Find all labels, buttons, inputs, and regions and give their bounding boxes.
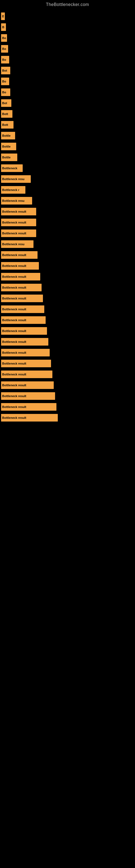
list-item: Bottleneck result bbox=[0, 360, 135, 367]
list-item: Bottleneck result bbox=[0, 316, 135, 324]
bottleneck-label: Bottleneck result bbox=[2, 373, 26, 376]
bottleneck-bar: Bottleneck r bbox=[1, 186, 26, 194]
bottleneck-bar: Bo bbox=[1, 56, 9, 63]
list-item: Bott bbox=[0, 110, 135, 118]
bottleneck-label: Bottleneck result bbox=[2, 275, 26, 278]
bottleneck-bar: Bottleneck result bbox=[1, 294, 43, 302]
list-item: Bottleneck result bbox=[0, 392, 135, 400]
list-item: B bbox=[0, 23, 135, 31]
bottleneck-bar: Bo bbox=[1, 78, 9, 85]
bottleneck-bar: Bottleneck result bbox=[1, 381, 54, 389]
list-item: Bottleneck result bbox=[0, 273, 135, 280]
bottleneck-bar: Bottleneck result bbox=[1, 349, 50, 356]
items-container: BBBoBoBoBotBoBoBotBottBottBottleBottleBo… bbox=[0, 8, 135, 426]
bottleneck-bar: Bottleneck result bbox=[1, 392, 55, 400]
bottleneck-label: Bo bbox=[2, 91, 6, 94]
list-item: Bo bbox=[0, 56, 135, 63]
bottleneck-bar: Bott bbox=[1, 110, 12, 118]
list-item: Bottleneck result bbox=[0, 208, 135, 215]
bottleneck-bar: Bottleneck resu bbox=[1, 175, 31, 183]
bottleneck-bar: Bottle bbox=[1, 143, 16, 150]
list-item: Bottleneck result bbox=[0, 262, 135, 270]
bottleneck-label: Bottleneck result bbox=[2, 286, 26, 289]
list-item: Bo bbox=[0, 45, 135, 53]
bottleneck-label: Bottleneck resu bbox=[2, 243, 25, 246]
bottleneck-label: Bottleneck result bbox=[2, 264, 26, 268]
list-item: Bottleneck result bbox=[0, 229, 135, 237]
bottleneck-bar: Bo bbox=[1, 88, 10, 96]
bottleneck-label: Bott bbox=[2, 112, 8, 116]
bottleneck-label: Bot bbox=[2, 69, 7, 72]
bottleneck-label: Bottle bbox=[2, 145, 10, 148]
bottleneck-bar: Bottle bbox=[1, 154, 17, 161]
bottleneck-bar: Bottleneck result bbox=[1, 229, 36, 237]
bottleneck-bar: Bottleneck result bbox=[1, 338, 48, 346]
bottleneck-label: Bottleneck result bbox=[2, 297, 26, 300]
bottleneck-label: Bo bbox=[2, 80, 6, 83]
bottleneck-label: Bottleneck result bbox=[2, 221, 26, 224]
list-item: Bottleneck result bbox=[0, 284, 135, 291]
bottleneck-bar: Bottleneck result bbox=[1, 371, 52, 378]
list-item: Bottleneck bbox=[0, 164, 135, 172]
list-item: Bottleneck result bbox=[0, 381, 135, 389]
bottleneck-bar: B bbox=[1, 12, 5, 20]
bottleneck-label: Bottleneck result bbox=[2, 362, 26, 365]
list-item: Bottle bbox=[0, 143, 135, 150]
bottleneck-bar: Bottleneck resu bbox=[1, 197, 32, 205]
list-item: Bottleneck r bbox=[0, 186, 135, 194]
bottleneck-bar: Bottleneck result bbox=[1, 208, 36, 215]
bottleneck-label: Bottleneck result bbox=[2, 383, 26, 387]
page-wrapper: TheBottlenecker.com BBBoBoBoBotBoBoBotBo… bbox=[0, 0, 135, 426]
bottleneck-bar: Bottle bbox=[1, 132, 15, 140]
list-item: Bottleneck result bbox=[0, 251, 135, 259]
list-item: Bottleneck result bbox=[0, 327, 135, 335]
list-item: Bottleneck result bbox=[0, 338, 135, 346]
bottleneck-label: Bottleneck result bbox=[2, 253, 26, 257]
list-item: Bottleneck result bbox=[0, 403, 135, 411]
bottleneck-label: Bot bbox=[2, 101, 7, 105]
bottleneck-bar: Bottleneck result bbox=[1, 327, 47, 335]
bottleneck-label: Bo bbox=[2, 47, 6, 51]
bottleneck-label: Bottleneck r bbox=[2, 188, 19, 191]
bottleneck-bar: Bot bbox=[1, 67, 10, 74]
bottleneck-bar: Bottleneck result bbox=[1, 251, 38, 259]
bottleneck-label: Bottleneck result bbox=[2, 394, 26, 398]
bottleneck-label: Bott bbox=[2, 123, 8, 126]
list-item: Bot bbox=[0, 99, 135, 107]
list-item: Bottle bbox=[0, 132, 135, 140]
bottleneck-label: Bottleneck resu bbox=[2, 177, 25, 181]
list-item: Bottleneck result bbox=[0, 294, 135, 302]
bottleneck-bar: Bottleneck resu bbox=[1, 240, 34, 248]
bottleneck-label: Bottle bbox=[2, 156, 10, 159]
bottleneck-bar: Bot bbox=[1, 99, 11, 107]
list-item: Bottleneck resu bbox=[0, 175, 135, 183]
bottleneck-bar: Bottleneck result bbox=[1, 360, 51, 367]
bottleneck-label: Bottleneck result bbox=[2, 210, 26, 213]
bottleneck-bar: Bottleneck result bbox=[1, 273, 40, 280]
bottleneck-label: Bottleneck result bbox=[2, 231, 26, 235]
list-item: Bott bbox=[0, 121, 135, 129]
list-item: Bottleneck result bbox=[0, 219, 135, 226]
bottleneck-label: B bbox=[2, 14, 4, 18]
bottleneck-label: Bottleneck result bbox=[2, 351, 26, 354]
list-item: Bottleneck result bbox=[0, 414, 135, 422]
bottleneck-label: Bottleneck result bbox=[2, 308, 26, 311]
site-title: TheBottlenecker.com bbox=[0, 0, 135, 8]
bottleneck-bar: Bottleneck result bbox=[1, 284, 42, 291]
list-item: Bottleneck result bbox=[0, 349, 135, 356]
bottleneck-bar: Bo bbox=[1, 34, 7, 42]
bottleneck-label: Bottleneck result bbox=[2, 329, 26, 333]
bottleneck-bar: Bo bbox=[1, 45, 8, 53]
bottleneck-bar: Bottleneck result bbox=[1, 219, 36, 226]
list-item: Bottleneck resu bbox=[0, 240, 135, 248]
bottleneck-bar: Bottleneck bbox=[1, 164, 23, 172]
bottleneck-label: Bottle bbox=[2, 134, 10, 137]
list-item: Bottleneck result bbox=[0, 371, 135, 378]
bottleneck-bar: Bottleneck result bbox=[1, 316, 46, 324]
bottleneck-bar: Bottleneck result bbox=[1, 414, 58, 422]
list-item: Bo bbox=[0, 34, 135, 42]
bottleneck-label: Bottleneck result bbox=[2, 318, 26, 322]
bottleneck-label: Bottleneck result bbox=[2, 405, 26, 408]
list-item: B bbox=[0, 12, 135, 20]
bottleneck-bar: Bottleneck result bbox=[1, 262, 39, 270]
